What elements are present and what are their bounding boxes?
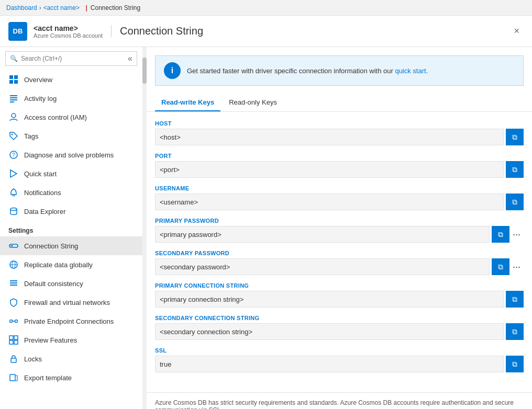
header-account-info: <acct name> Azure Cosmos DB account (34, 24, 103, 39)
username-copy-button[interactable]: ⧉ (506, 194, 524, 210)
close-button[interactable]: × (509, 24, 524, 39)
secondary-password-more-button[interactable]: ··· (509, 262, 524, 272)
account-name: <acct name> (34, 24, 103, 32)
default-consistency-icon (8, 278, 19, 289)
page-header: DB <acct name> Azure Cosmos DB account C… (0, 16, 532, 47)
nav-item-notifications[interactable]: Notifications (0, 183, 142, 202)
sidebar-scrollbar[interactable] (142, 47, 147, 409)
svg-point-8 (12, 113, 16, 118)
replicate-icon (8, 259, 19, 270)
nav-item-locks[interactable]: Locks (0, 349, 142, 368)
svg-rect-6 (10, 99, 17, 100)
username-input[interactable] (155, 194, 504, 210)
export-template-label: Export template (24, 374, 72, 382)
svg-rect-13 (13, 195, 15, 196)
nav-item-quick-start[interactable]: Quick start (0, 164, 142, 183)
svg-rect-29 (14, 340, 18, 344)
sidebar-scroll-thumb[interactable] (142, 58, 147, 84)
copy-icon-primary-pw: ⧉ (498, 230, 503, 239)
firewall-label: Firewall and virtual networks (24, 299, 110, 306)
secondary-cs-copy-button[interactable]: ⧉ (506, 323, 524, 340)
tab-read-only[interactable]: Read-only Keys (223, 94, 283, 111)
host-input[interactable] (155, 129, 504, 145)
port-label: PORT (155, 153, 524, 159)
nav-item-diagnose[interactable]: ? Diagnose and solve problems (0, 145, 142, 164)
svg-rect-0 (9, 75, 13, 79)
breadcrumb: Dashboard › <acct name> | Connection Str… (0, 0, 532, 16)
breadcrumb-divider: | (85, 4, 87, 12)
nav-item-activity-log[interactable]: Activity log (0, 89, 142, 108)
preview-features-icon (8, 335, 19, 345)
nav-item-overview[interactable]: Overview (0, 70, 142, 89)
quick-start-link[interactable]: quick start (395, 67, 426, 75)
nav-item-private-endpoint[interactable]: Private Endpoint Connections (0, 312, 142, 331)
svg-rect-26 (9, 336, 13, 339)
activity-log-icon (8, 93, 19, 104)
access-control-label: Access control (IAM) (24, 113, 87, 121)
account-subtitle: Azure Cosmos DB account (34, 32, 103, 39)
diagnose-label: Diagnose and solve problems (24, 151, 114, 159)
primary-cs-copy-button[interactable]: ⧉ (506, 291, 524, 308)
primary-cs-input[interactable] (155, 291, 504, 308)
field-host: HOST ⧉ (155, 120, 524, 145)
fields-container: HOST ⧉ PORT ⧉ (147, 112, 532, 388)
nav-item-connection-string[interactable]: Connection String (0, 236, 142, 255)
primary-cs-row: ⧉ (155, 291, 524, 308)
host-copy-button[interactable]: ⧉ (506, 129, 524, 145)
nav-item-replicate[interactable]: Replicate data globally (0, 255, 142, 274)
svg-point-14 (10, 208, 17, 211)
primary-password-row: ⧉ ··· (155, 226, 524, 243)
primary-password-copy-button[interactable]: ⧉ (492, 226, 509, 243)
locks-icon (8, 354, 19, 364)
tags-icon (8, 131, 19, 141)
nav-item-tags[interactable]: Tags (0, 127, 142, 145)
svg-marker-12 (10, 170, 17, 177)
ssl-copy-button[interactable]: ⧉ (506, 356, 524, 372)
field-secondary-password: SECONDARY PASSWORD ⧉ ··· (155, 250, 524, 275)
overview-label: Overview (24, 76, 52, 84)
svg-rect-30 (11, 358, 16, 362)
tab-read-write[interactable]: Read-write Keys (155, 94, 220, 111)
tags-label: Tags (24, 132, 38, 140)
private-endpoint-label: Private Endpoint Connections (24, 317, 114, 325)
port-input[interactable] (155, 161, 504, 178)
collapse-icon[interactable]: « (128, 54, 132, 63)
nav-item-data-explorer[interactable]: Data Explorer (0, 202, 142, 221)
nav-item-firewall[interactable]: Firewall and virtual networks (0, 293, 142, 312)
svg-rect-27 (14, 336, 18, 339)
breadcrumb-dashboard[interactable]: Dashboard (6, 4, 37, 12)
default-consistency-label: Default consistency (24, 280, 83, 288)
svg-rect-1 (14, 75, 18, 79)
search-box[interactable]: 🔍 « (5, 51, 137, 66)
host-row: ⧉ (155, 129, 524, 145)
host-label: HOST (155, 120, 524, 127)
svg-rect-7 (10, 101, 14, 103)
nav-item-default-consistency[interactable]: Default consistency (0, 274, 142, 293)
replicate-label: Replicate data globally (24, 261, 93, 269)
primary-password-input[interactable] (155, 226, 490, 243)
nav-item-access-control[interactable]: Access control (IAM) (0, 108, 142, 127)
svg-rect-21 (10, 282, 17, 283)
secondary-password-input[interactable] (155, 258, 490, 275)
search-input[interactable] (21, 55, 128, 62)
access-control-icon (8, 112, 19, 122)
nav-item-preview-features[interactable]: Preview Features (0, 331, 142, 349)
secondary-cs-input[interactable] (155, 323, 504, 340)
primary-password-more-button[interactable]: ··· (509, 229, 524, 240)
svg-rect-4 (10, 95, 17, 96)
svg-rect-16 (10, 245, 13, 246)
port-copy-button[interactable]: ⧉ (506, 161, 524, 178)
copy-icon-primary-cs: ⧉ (512, 295, 517, 304)
main-content: i Get started faster with driver specifi… (147, 47, 532, 409)
preview-features-label: Preview Features (24, 336, 77, 344)
svg-rect-2 (9, 80, 13, 84)
ssl-input[interactable] (155, 356, 504, 372)
info-text: Get started faster with driver specific … (187, 67, 428, 75)
username-label: USERNAME (155, 185, 524, 191)
field-primary-password: PRIMARY PASSWORD ⧉ ··· (155, 218, 524, 243)
username-row: ⧉ (155, 194, 524, 210)
nav-item-export-template[interactable]: Export template (0, 368, 142, 387)
secondary-password-copy-button[interactable]: ⧉ (492, 258, 509, 275)
breadcrumb-acct[interactable]: <acct name> (43, 4, 80, 12)
breadcrumb-current: Connection String (91, 4, 140, 12)
